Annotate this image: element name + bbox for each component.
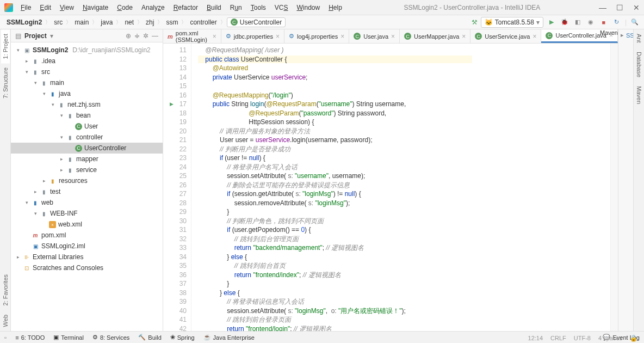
marker-bar [610,44,618,331]
menu-analyze[interactable]: Analyze [138,3,168,13]
tree-webinf[interactable]: ▾▮WEB-INF [11,208,163,219]
menu-file[interactable]: File [17,3,34,13]
todo-tab[interactable]: ≡ 6: TODO [15,334,45,341]
rail-favorites[interactable]: 2: Favorites [1,270,10,310]
editor-tab[interactable]: CUser.java× [349,29,400,43]
maximize-icon[interactable]: ☐ [616,3,623,12]
maven-label[interactable]: Maven [600,29,618,36]
breadcrumb-item[interactable]: java [98,18,115,27]
rail-maven[interactable]: Maven [635,82,643,108]
update-button[interactable]: ↻ [612,17,622,27]
tree-extlib[interactable]: ▸⊪External Libraries [11,252,163,262]
tree-usercontroller[interactable]: CUserController [11,143,163,154]
hide-icon[interactable]: — [152,32,158,40]
editor-tab[interactable]: CUserMapper.java× [400,29,470,43]
tab-close-icon[interactable]: × [462,33,466,40]
close-icon[interactable]: ✕ [633,3,640,12]
tree-test[interactable]: ▸▮test [11,186,163,197]
titlebar: File Edit View Navigate Code Analyze Ref… [0,0,644,15]
editor-tab[interactable]: ⚙jdbc.properties× [221,29,284,43]
tree-java[interactable]: ▾▮java [11,88,163,99]
build-tab[interactable]: 🔨 Build [138,334,161,341]
settings-icon[interactable]: ✲ [143,32,148,40]
app-logo [4,3,13,12]
tree-user[interactable]: CUser [11,121,163,132]
tree-resources[interactable]: ▸▮resources [11,175,163,186]
tab-close-icon[interactable]: × [276,33,280,40]
debug-button[interactable]: 🐞 [560,17,569,27]
menu-tools[interactable]: Tools [247,3,269,13]
tree-webxml[interactable]: xweb.xml [11,219,163,230]
tab-close-icon[interactable]: × [532,33,536,40]
run-button[interactable]: ▶ [547,17,556,27]
tab-close-icon[interactable]: × [340,33,344,40]
locate-icon[interactable]: ⊕ [126,32,131,40]
menu-build[interactable]: Build [203,3,225,13]
status-enc[interactable]: UTF-8 [574,335,591,342]
tree-project-root[interactable]: ▾▣SSMLogin2D:\idr_ruanjian\SSMLogin2 [11,45,163,56]
breadcrumb-item[interactable]: controller [188,18,219,27]
tab-close-icon[interactable]: × [391,33,395,40]
tree-pom[interactable]: mpom.xml [11,230,163,241]
readonly-icon[interactable]: 🔓 [630,335,637,342]
rail-project[interactable]: 1: Project [1,29,10,63]
services-tab[interactable]: ⚙ 8: Services [92,334,129,341]
tree-mapper[interactable]: ▸▮mapper [11,154,163,164]
code-content[interactable]: @RequestMapping( /user ) public class Us… [191,44,610,331]
panel-title: Project [24,32,47,40]
java-enterprise-tab[interactable]: ☕ Java Enterprise [203,334,255,341]
menu-refactor[interactable]: Refactor [170,3,201,13]
collapse-icon[interactable]: ≑ [134,32,140,40]
breadcrumb-root[interactable]: SSMLogin2 [4,18,44,27]
tree-service[interactable]: ▸▮service [11,164,163,175]
spring-tab[interactable]: ❀ Spring [170,334,195,341]
breadcrumb-item[interactable]: zhj [144,18,156,27]
window-controls: — ☐ ✕ [599,3,640,12]
rail-web[interactable]: Web [1,310,10,331]
run-config-selector[interactable]: 🐱 Tomcat8.5.58 ▾ [481,17,543,28]
tree-idea[interactable]: ▸▮.idea [11,56,163,66]
stop-button[interactable]: ■ [599,17,609,27]
profile-button[interactable]: ◉ [586,17,596,27]
menu-edit[interactable]: Edit [36,3,54,13]
main-area: 1: Project 7: Structure 2: Favorites Web… [0,29,644,331]
build-icon[interactable]: ⚒ [472,19,478,26]
breadcrumb-item[interactable]: ssm [164,18,180,27]
editor-tab[interactable]: ⚙log4j.properties× [284,29,349,43]
code-area: 1112131415161718192021222324252627282930… [163,44,618,331]
menu-code[interactable]: Code [114,3,136,13]
breadcrumb-item[interactable]: src [52,18,65,27]
search-icon[interactable]: 🔍 [630,17,640,27]
tree-web[interactable]: ▾▮web [11,197,163,208]
status-sep[interactable]: CRLF [550,335,566,342]
menu-run[interactable]: Run [227,3,245,13]
menu-vcs[interactable]: VCS [271,3,292,13]
tab-close-icon[interactable]: × [213,33,216,40]
tree-package[interactable]: ▾▮net.zhj.ssm [11,99,163,110]
editor-tab[interactable]: mpom.xml (SSMLogin)× [163,29,221,43]
rail-database[interactable]: Database [635,47,643,82]
tree-controller[interactable]: ▾▮controller [11,132,163,143]
menu-window[interactable]: Window [293,3,323,13]
breadcrumb-item[interactable]: main [72,18,91,27]
tree-bean[interactable]: ▾▮bean [11,110,163,121]
tree-src[interactable]: ▾▮src [11,66,163,77]
status-spaces[interactable]: 4 spaces [598,335,622,342]
menu-help[interactable]: Help [325,3,345,13]
breadcrumb-file[interactable]: CUserController [227,17,286,27]
coverage-button[interactable]: ◧ [573,17,583,27]
menubar: File Edit View Navigate Code Analyze Ref… [17,3,345,13]
menu-view[interactable]: View [57,3,77,13]
tool-window-icon[interactable]: ▫ [4,334,7,341]
editor-tab[interactable]: CUserService.java× [470,29,541,43]
rail-structure[interactable]: 7: Structure [1,63,10,103]
rail-ant[interactable]: Ant [635,29,643,47]
menu-navigate[interactable]: Navigate [79,3,112,13]
tree-main[interactable]: ▾▮main [11,77,163,88]
minimize-icon[interactable]: — [599,3,606,12]
tree-iml[interactable]: ▣SSMLogin2.iml [11,241,163,252]
terminal-tab[interactable]: ▣ Terminal [53,334,84,341]
run-config-label: Tomcat8.5.58 [495,19,534,26]
breadcrumb-item[interactable]: net [122,18,136,27]
tree-scratches[interactable]: ⊡Scratches and Consoles [11,262,163,273]
